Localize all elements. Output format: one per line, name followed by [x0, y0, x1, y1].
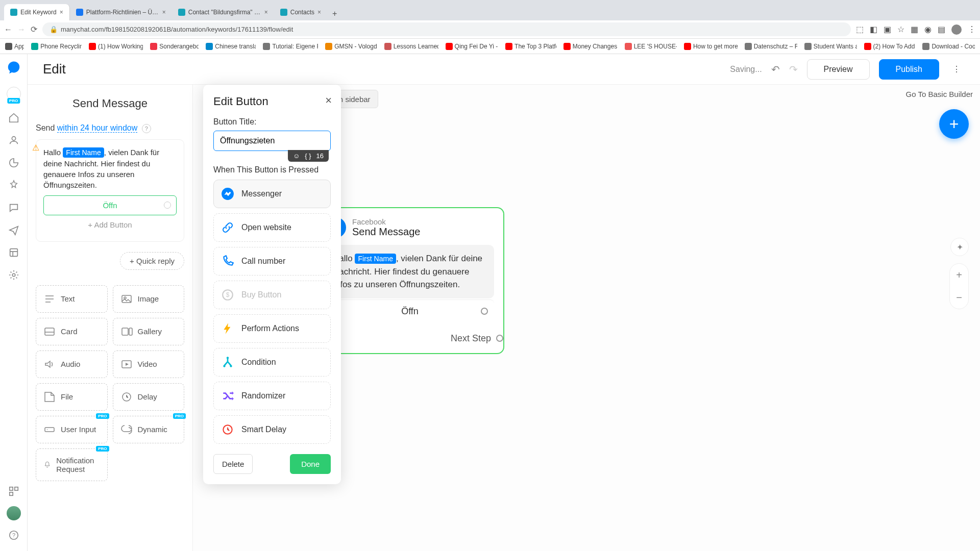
- zoom-out-button[interactable]: −: [950, 286, 968, 309]
- reload-icon[interactable]: ⟳: [31, 24, 37, 34]
- close-icon[interactable]: ×: [325, 94, 332, 107]
- close-icon[interactable]: ×: [317, 9, 321, 16]
- bookmark[interactable]: Phone Recycling…: [31, 43, 82, 50]
- type-video[interactable]: Video: [113, 350, 185, 378]
- connector-point[interactable]: [481, 308, 488, 315]
- action-website[interactable]: Open website: [213, 213, 331, 242]
- help-icon[interactable]: ?: [142, 124, 151, 133]
- settings-icon[interactable]: [8, 269, 19, 281]
- bookmark[interactable]: LEE 'S HOUSE—…: [625, 43, 677, 50]
- forward-icon[interactable]: →: [17, 25, 26, 34]
- bookmark[interactable]: Datenschutz – Re…: [745, 43, 797, 50]
- star-icon[interactable]: ☆: [897, 24, 904, 35]
- zoom-in-button[interactable]: +: [950, 264, 968, 286]
- done-button[interactable]: Done: [290, 454, 331, 474]
- menu-icon[interactable]: ⋮: [968, 24, 976, 35]
- button-title-input[interactable]: [213, 131, 331, 151]
- translate-icon[interactable]: ⬚: [856, 24, 864, 35]
- bookmark[interactable]: (2) How To Add A…: [864, 43, 916, 50]
- send-message-node[interactable]: Facebook Send Message Hallo First Name, …: [315, 207, 504, 354]
- growth-icon[interactable]: [8, 157, 19, 168]
- add-button-link[interactable]: + Add Button: [43, 215, 177, 234]
- action-perform[interactable]: Perform Actions: [213, 314, 331, 343]
- automation-icon[interactable]: [8, 180, 19, 191]
- bookmark[interactable]: Chinese translati…: [206, 43, 256, 50]
- type-audio[interactable]: Audio: [36, 350, 108, 378]
- type-label: Audio: [61, 360, 80, 368]
- action-condition[interactable]: Condition: [213, 348, 331, 377]
- manychat-logo[interactable]: [6, 60, 21, 76]
- more-menu-icon[interactable]: ⋮: [948, 60, 965, 78]
- help-icon[interactable]: ?: [8, 530, 19, 541]
- new-tab-button[interactable]: +: [327, 7, 342, 20]
- bookmark[interactable]: Tutorial: Eigene Fa…: [263, 43, 318, 50]
- action-messenger[interactable]: Messenger: [213, 180, 331, 208]
- emoji-icon[interactable]: ☺: [293, 152, 300, 160]
- delete-button[interactable]: Delete: [213, 454, 253, 474]
- type-image[interactable]: Image: [113, 285, 185, 313]
- bookmark[interactable]: (1) How Working a…: [89, 43, 143, 50]
- type-gallery[interactable]: Gallery: [113, 318, 185, 345]
- type-delay[interactable]: Delay: [113, 383, 185, 411]
- type-text[interactable]: Text: [36, 285, 108, 313]
- chat-icon[interactable]: [8, 202, 19, 213]
- extension-icon[interactable]: ▦: [911, 24, 918, 35]
- preview-button[interactable]: Preview: [807, 59, 870, 80]
- type-user-input[interactable]: PROUser Input: [36, 416, 108, 443]
- browser-tab[interactable]: Contacts ×: [274, 4, 327, 20]
- bookmark[interactable]: Student Wants an…: [804, 43, 857, 50]
- extension-icon[interactable]: ◉: [924, 24, 932, 35]
- basic-builder-link[interactable]: Go To Basic Builder: [906, 90, 973, 98]
- add-step-fab[interactable]: +: [939, 109, 969, 139]
- bookmark[interactable]: Money Changes E…: [564, 43, 618, 50]
- close-icon[interactable]: ×: [264, 9, 268, 16]
- extension-icon[interactable]: ◧: [870, 24, 877, 35]
- action-randomizer[interactable]: Randomizer: [213, 382, 331, 410]
- message-block[interactable]: ⚠ Hallo First Name, vielen Dank für dein…: [36, 139, 184, 242]
- contacts-icon[interactable]: [8, 135, 19, 146]
- extension-icon[interactable]: ▣: [884, 24, 891, 35]
- apps-button[interactable]: Apps: [5, 43, 24, 50]
- bookmark[interactable]: Sonderangebot!…: [150, 43, 199, 50]
- user-avatar[interactable]: [7, 506, 21, 520]
- close-icon[interactable]: ×: [60, 9, 63, 16]
- magic-icon[interactable]: ✦: [950, 238, 969, 256]
- back-icon[interactable]: ←: [4, 25, 12, 34]
- browser-tab-active[interactable]: Edit Keyword ×: [4, 4, 70, 20]
- action-buy[interactable]: $ Buy Button: [213, 281, 331, 309]
- undo-icon[interactable]: ↶: [771, 63, 780, 76]
- action-call[interactable]: Call number: [213, 247, 331, 276]
- node-button[interactable]: Öffn: [326, 299, 494, 323]
- apps-icon[interactable]: [8, 486, 19, 497]
- bookmark[interactable]: GMSN - Vologda,…: [325, 43, 377, 50]
- bookmark[interactable]: Lessons Learned f…: [384, 43, 438, 50]
- bookmark[interactable]: Qing Fei De Yi - Y…: [446, 43, 499, 50]
- type-card[interactable]: Card: [36, 318, 108, 345]
- connector-point[interactable]: [496, 335, 503, 342]
- variable-tag[interactable]: First Name: [63, 147, 104, 158]
- close-icon[interactable]: ×: [162, 9, 166, 16]
- bookmark[interactable]: The Top 3 Platfor…: [505, 43, 556, 50]
- type-file[interactable]: File: [36, 383, 108, 411]
- quick-reply-button[interactable]: + Quick reply: [120, 252, 184, 270]
- template-icon[interactable]: [8, 247, 19, 258]
- broadcast-icon[interactable]: [8, 224, 19, 236]
- action-smart-delay[interactable]: Smart Delay: [213, 415, 331, 444]
- window-link[interactable]: within 24 hour window: [57, 123, 137, 133]
- extension-icon[interactable]: ▤: [938, 24, 945, 35]
- home-icon[interactable]: [8, 112, 19, 123]
- type-notification[interactable]: PRONotification Request: [36, 448, 108, 481]
- browser-tab[interactable]: Plattform-Richtlinien – Übersi… ×: [70, 4, 172, 20]
- type-dynamic[interactable]: PRODynamic: [113, 416, 185, 443]
- message-text[interactable]: Hallo First Name, vielen Dank für deine …: [43, 147, 177, 190]
- bookmark[interactable]: Download - Cooki…: [922, 43, 975, 50]
- browser-tab[interactable]: Contact "Bildungsfirma" throu… ×: [172, 4, 274, 20]
- brackets-icon[interactable]: { }: [305, 152, 311, 160]
- publish-button[interactable]: Publish: [879, 59, 939, 80]
- bookmark[interactable]: How to get more v…: [684, 43, 738, 50]
- message-button-preview[interactable]: Öffn: [43, 195, 177, 215]
- avatar-icon[interactable]: [951, 24, 962, 35]
- account-badge[interactable]: PRO: [7, 87, 21, 101]
- url-bar[interactable]: 🔒 manychat.com/fb198150208192061B/automa…: [42, 22, 851, 36]
- next-step[interactable]: Next Step: [326, 333, 494, 344]
